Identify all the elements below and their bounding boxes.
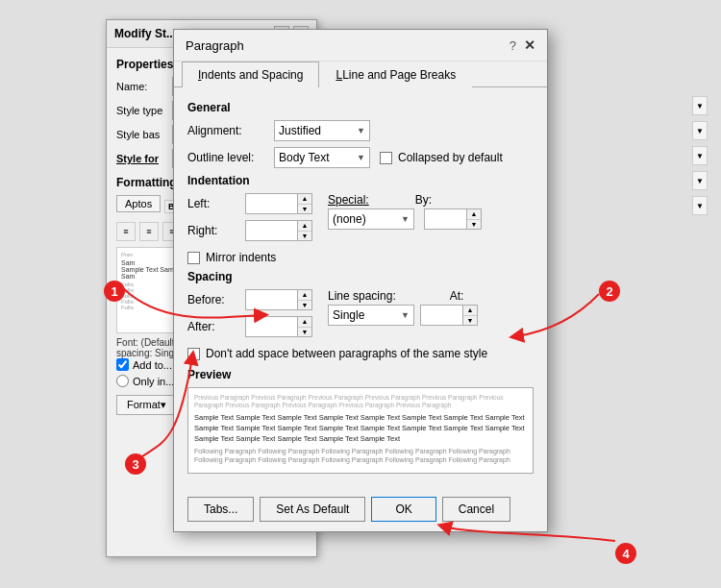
before-label: Before: bbox=[187, 293, 245, 306]
special-select[interactable]: (none) ▼ bbox=[328, 208, 414, 230]
alignment-value: Justified bbox=[279, 124, 321, 137]
line-spacing-select[interactable]: Single ▼ bbox=[328, 305, 414, 326]
align-left-icon[interactable]: ≡ bbox=[116, 222, 136, 241]
dialog-footer: Tabs... Set As Default OK Cancel bbox=[174, 491, 547, 531]
after-label: After: bbox=[187, 320, 245, 333]
add-to-label: Add to... bbox=[133, 359, 172, 371]
at-up-btn[interactable]: ▲ bbox=[463, 306, 477, 316]
add-to-checkbox[interactable] bbox=[116, 358, 129, 371]
tab-line-page-breaks[interactable]: LLine and Page Breaks bbox=[319, 61, 472, 87]
name-label: Name: bbox=[116, 81, 172, 92]
right-spinner: 0 cm ▲ ▼ bbox=[245, 220, 312, 241]
help-button[interactable]: ? bbox=[510, 38, 516, 53]
before-input[interactable]: 0 pt bbox=[245, 289, 298, 310]
annotation-2: 2 bbox=[599, 281, 620, 302]
left-up-btn[interactable]: ▲ bbox=[298, 194, 311, 205]
line-spacing-arrow: ▼ bbox=[401, 310, 410, 320]
dropdown-3[interactable]: ▼ bbox=[692, 146, 708, 165]
left-label: Left: bbox=[187, 197, 245, 210]
dont-add-checkbox[interactable] bbox=[187, 348, 200, 360]
dialog-title-controls: ? ✕ bbox=[510, 37, 535, 53]
before-down-btn[interactable]: ▼ bbox=[298, 301, 311, 310]
outline-level-select[interactable]: Body Text ▼ bbox=[274, 147, 370, 168]
right-up-btn[interactable]: ▲ bbox=[298, 221, 311, 232]
right-input[interactable]: 0 cm bbox=[245, 220, 298, 241]
outline-level-arrow: ▼ bbox=[357, 153, 365, 162]
left-down-btn[interactable]: ▼ bbox=[298, 205, 311, 214]
dropdown-2[interactable]: ▼ bbox=[692, 121, 708, 140]
dropdown-1[interactable]: ▼ bbox=[692, 96, 708, 115]
annotation-3: 3 bbox=[125, 453, 146, 475]
general-header: General bbox=[187, 101, 534, 114]
by-label: By: bbox=[415, 193, 432, 207]
after-down-btn[interactable]: ▼ bbox=[298, 328, 311, 337]
special-by-group: Special: By: (none) ▼ ▲ ▼ bbox=[328, 193, 482, 247]
only-in-label: Only in... bbox=[133, 376, 174, 387]
outline-level-row: Outline level: Body Text ▼ Collapsed by … bbox=[187, 147, 534, 168]
left-input[interactable]: 0 cm bbox=[245, 193, 298, 214]
format-btn-bottom[interactable]: Format▾ bbox=[116, 395, 177, 415]
line-spacing-value: Single bbox=[333, 308, 364, 322]
mirror-indents-row: Mirror indents bbox=[187, 251, 534, 264]
ok-button[interactable]: OK bbox=[371, 497, 435, 522]
only-in-radio[interactable] bbox=[116, 375, 129, 387]
right-down-btn[interactable]: ▼ bbox=[298, 232, 311, 241]
special-row: Special: By: bbox=[328, 193, 482, 207]
at-input[interactable] bbox=[420, 305, 463, 326]
before-spinner: 0 pt ▲ ▼ bbox=[245, 289, 312, 310]
line-spacing-header-row: Line spacing: At: bbox=[328, 289, 478, 303]
outline-level-label: Outline level: bbox=[187, 151, 274, 164]
by-spinner: ▲ ▼ bbox=[424, 208, 482, 230]
mirror-label: Mirror indents bbox=[206, 251, 276, 264]
right-dropdowns: ▼ ▼ ▼ ▼ ▼ bbox=[692, 96, 708, 215]
before-up-btn[interactable]: ▲ bbox=[298, 290, 311, 301]
dialog-body: General Alignment: Justified ▼ Outline l… bbox=[174, 87, 547, 491]
align-center-icon[interactable]: ≡ bbox=[139, 222, 159, 241]
dropdown-4[interactable]: ▼ bbox=[692, 171, 708, 190]
dropdown-5[interactable]: ▼ bbox=[692, 196, 708, 215]
special-by-inputs: (none) ▼ ▲ ▼ bbox=[328, 208, 482, 230]
by-input[interactable] bbox=[424, 208, 467, 230]
before-spinner-buttons: ▲ ▼ bbox=[298, 289, 312, 310]
cancel-button[interactable]: Cancel bbox=[442, 497, 510, 522]
by-spinner-buttons: ▲ ▼ bbox=[467, 208, 482, 230]
after-input[interactable]: 12 pt bbox=[245, 316, 298, 337]
right-spinner-buttons: ▲ ▼ bbox=[298, 220, 312, 241]
close-button[interactable]: ✕ bbox=[524, 37, 535, 53]
preview-following: Following Paragraph Following Paragraph … bbox=[194, 447, 527, 466]
style-based-label: Style bas bbox=[116, 129, 172, 140]
after-spinner: 12 pt ▲ ▼ bbox=[245, 316, 312, 337]
line-spacing-group: Line spacing: At: Single ▼ ▲ ▼ bbox=[328, 289, 478, 343]
after-spinner-buttons: ▲ ▼ bbox=[298, 316, 312, 337]
set-default-button[interactable]: Set As Default bbox=[260, 497, 365, 522]
outline-level-value: Body Text bbox=[279, 151, 329, 164]
by-down-btn[interactable]: ▼ bbox=[467, 220, 481, 230]
special-arrow: ▼ bbox=[401, 214, 410, 224]
annotation-1: 1 bbox=[104, 281, 125, 302]
collapsed-row: Collapsed by default bbox=[380, 151, 503, 164]
dialog-title: Paragraph bbox=[186, 38, 244, 53]
left-spinner: 0 cm ▲ ▼ bbox=[245, 193, 312, 214]
preview-box: Previous Paragraph Previous Paragraph Pr… bbox=[187, 387, 534, 474]
at-spinner: ▲ ▼ bbox=[420, 305, 478, 326]
alignment-arrow: ▼ bbox=[357, 126, 365, 135]
annotation-4: 4 bbox=[615, 543, 636, 564]
indent-left-group: Left: 0 cm ▲ ▼ Right: 0 cm ▲ bbox=[187, 193, 312, 247]
tab-indents-spacing[interactable]: Indents and Spacing bbox=[182, 61, 319, 87]
at-label-header: At: bbox=[450, 289, 464, 303]
by-up-btn[interactable]: ▲ bbox=[467, 209, 481, 220]
tabs-button[interactable]: Tabs... bbox=[187, 497, 254, 522]
font-format-btn[interactable]: Aptos bbox=[116, 195, 161, 212]
line-spacing-label: Line spacing: bbox=[328, 289, 396, 303]
modify-style-title: Modify St... bbox=[114, 27, 176, 40]
dont-add-row: Don't add space between paragraphs of th… bbox=[187, 347, 534, 360]
indentation-header: Indentation bbox=[187, 174, 534, 187]
at-down-btn[interactable]: ▼ bbox=[463, 316, 477, 326]
alignment-select[interactable]: Justified ▼ bbox=[274, 120, 370, 141]
dont-add-label: Don't add space between paragraphs of th… bbox=[206, 347, 487, 360]
mirror-checkbox[interactable] bbox=[187, 252, 200, 264]
collapsed-checkbox[interactable] bbox=[380, 152, 392, 164]
preview-header: Preview bbox=[187, 368, 534, 381]
preview-prev-para: Previous Paragraph Previous Paragraph Pr… bbox=[194, 394, 527, 410]
after-up-btn[interactable]: ▲ bbox=[298, 317, 311, 328]
